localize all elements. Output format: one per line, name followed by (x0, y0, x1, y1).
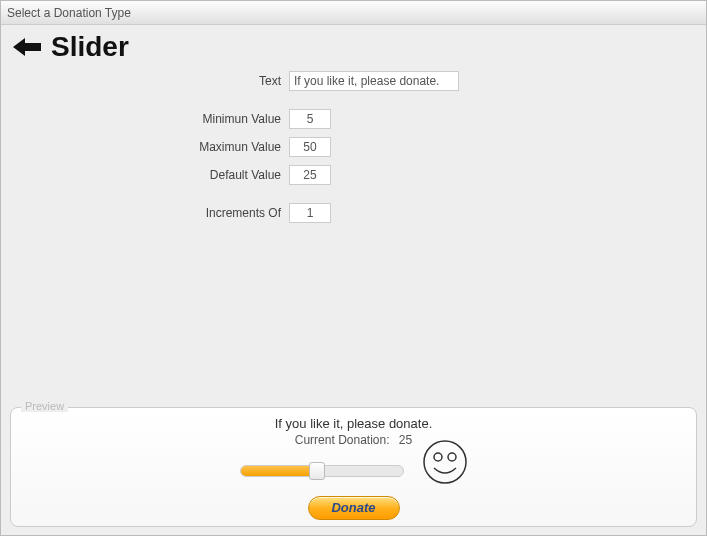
donation-slider[interactable] (240, 465, 404, 477)
smiley-icon (422, 439, 468, 488)
default-input[interactable] (289, 165, 331, 185)
max-label: Maximun Value (11, 140, 289, 154)
default-label: Default Value (11, 168, 289, 182)
back-arrow-icon[interactable] (11, 33, 45, 61)
preview-current-donation: Current Donation: 25 (295, 433, 412, 447)
header: Slider (1, 25, 706, 67)
page-title: Slider (51, 31, 129, 63)
donate-button[interactable]: Donate (308, 496, 400, 520)
increments-label: Increments Of (11, 206, 289, 220)
svg-point-2 (448, 453, 456, 461)
svg-point-1 (434, 453, 442, 461)
window: Select a Donation Type Slider Text Minim… (0, 0, 707, 536)
text-input[interactable] (289, 71, 459, 91)
max-input[interactable] (289, 137, 331, 157)
window-title: Select a Donation Type (1, 1, 706, 25)
slider-fill (241, 466, 312, 476)
preview-current-label: Current Donation: (295, 433, 390, 447)
preview-current-value: 25 (399, 433, 412, 447)
preview-legend: Preview (21, 400, 68, 412)
svg-point-0 (424, 441, 466, 483)
min-label: Minimun Value (11, 112, 289, 126)
min-input[interactable] (289, 109, 331, 129)
preview-text: If you like it, please donate. (275, 416, 433, 431)
form-area: Text Minimun Value Maximun Value Default… (1, 67, 706, 223)
increments-input[interactable] (289, 203, 331, 223)
text-label: Text (11, 74, 289, 88)
slider-handle[interactable] (309, 462, 325, 480)
preview-panel: Preview If you like it, please donate. C… (10, 407, 697, 527)
